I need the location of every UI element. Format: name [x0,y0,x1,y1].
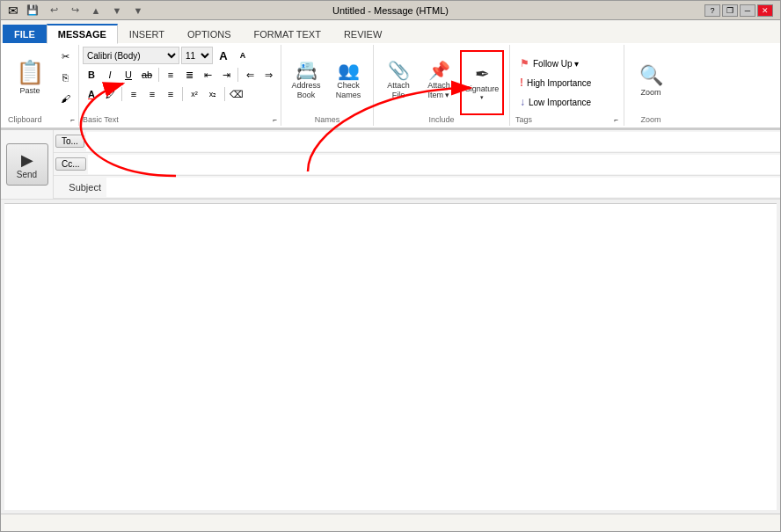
title-bar: ✉ 💾 ↩ ↪ ▲ ▼ ▼ Untitled - Message (HTML) … [1,1,780,20]
paste-button[interactable]: 📋 Paste [8,47,52,106]
ribbon-area: FILE MESSAGE INSERT OPTIONS FORMAT TEXT … [1,20,780,130]
increase-indent-button[interactable]: ⇥ [217,66,235,84]
to-input[interactable] [86,132,780,151]
compose-body[interactable] [4,203,777,510]
compose-header: ▶ Send To... Cc... Subject [1,130,780,200]
zoom-label: Zoom [630,115,672,124]
ribbon-tabs: FILE MESSAGE INSERT OPTIONS FORMAT TEXT … [1,20,780,43]
tags-label: Tags [515,115,532,124]
subscript-button[interactable]: x₂ [204,85,222,103]
ribbon-toolbar: 📋 Paste ✂ ⎘ 🖌 Clipboard ⌐ [1,43,780,129]
up-qa-btn[interactable]: ▲ [87,2,105,19]
tab-format-text[interactable]: FORMAT TEXT [243,25,332,43]
names-group: 📇 Address Book 👥 Check Names Names [281,45,374,126]
attach-file-icon: 📎 [388,60,410,81]
tags-expand[interactable]: ⌐ [614,116,618,124]
window-controls: ? ❐ ─ ✕ [704,4,773,17]
tab-file[interactable]: FILE [3,25,47,43]
rtl-button[interactable]: ⇐ [241,66,259,84]
basic-text-group: Calibri (Body) 11 A A B I U ab [79,45,281,126]
bullet-list-button[interactable]: ≡ [162,66,179,84]
tab-review[interactable]: REVIEW [332,25,393,43]
help-btn[interactable]: ? [704,4,720,17]
attach-item-button[interactable]: 📌 AttachItem ▾ [420,50,458,110]
restore-btn[interactable]: ❐ [722,4,738,17]
minimize-btn[interactable]: ─ [740,4,755,17]
high-importance-icon: ! [520,77,523,89]
attach-item-icon: 📌 [428,60,450,81]
quick-access-icons: 💾 ↩ ↪ ▲ ▼ ▼ [24,2,147,19]
send-icon: ▶ [21,150,33,170]
subject-label: Subject [54,182,106,193]
high-importance-button[interactable]: ! High Importance [515,74,618,91]
subject-field: Subject [54,176,780,199]
tags-group: ⚑ Follow Up ▾ ! High Importance ↓ Low Im… [510,45,624,126]
clipboard-label: Clipboard [8,115,42,124]
italic-button[interactable]: I [101,66,119,84]
down-qa-btn[interactable]: ▼ [108,2,126,19]
clipboard-group: 📋 Paste ✂ ⎘ 🖌 Clipboard ⌐ [4,45,79,126]
grow-font-button[interactable]: A [215,47,232,64]
send-button[interactable]: ▶ Send [6,143,48,186]
zoom-icon: 🔍 [639,64,663,87]
window-frame: ✉ 💾 ↩ ↪ ▲ ▼ ▼ Untitled - Message (HTML) … [0,0,781,532]
zoom-group: 🔍 Zoom Zoom [624,45,677,126]
font-family-select[interactable]: Calibri (Body) [83,47,179,64]
tab-message[interactable]: MESSAGE [47,24,118,44]
check-names-button[interactable]: 👥 Check Names [329,50,368,110]
low-importance-button[interactable]: ↓ Low Importance [515,93,618,111]
num-list-button[interactable]: ≣ [180,66,198,84]
to-button[interactable]: To... [55,135,84,148]
redo-qa-btn[interactable]: ↪ [66,2,84,19]
undo-qa-btn[interactable]: ↩ [45,2,62,19]
follow-up-button[interactable]: ⚑ Follow Up ▾ [515,55,618,72]
tab-options[interactable]: OPTIONS [176,25,243,43]
save-qa-btn[interactable]: 💾 [24,2,41,19]
to-field: To... [54,130,780,153]
ltr-button[interactable]: ⇒ [259,66,277,84]
names-label: Names [287,115,368,124]
align-center-button[interactable]: ≡ [143,85,161,103]
more-qa-btn[interactable]: ▼ [129,2,147,19]
cc-button[interactable]: Cc... [55,157,86,171]
format-painter-button[interactable]: 🖌 [55,89,75,108]
address-book-button[interactable]: 📇 Address Book [287,50,325,110]
signature-button[interactable]: ✒ Signature ▾ [463,53,501,113]
close-btn[interactable]: ✕ [757,4,773,17]
clipboard-right: ✂ ⎘ 🖌 [54,47,75,108]
clear-format-button[interactable]: ⌫ [228,85,245,103]
cut-button[interactable]: ✂ [55,47,75,66]
include-label: Include [379,115,504,124]
low-importance-icon: ↓ [520,96,525,108]
align-right-button[interactable]: ≡ [162,85,179,103]
signature-icon: ✒ [475,63,490,84]
strikethrough-button[interactable]: ab [138,66,156,84]
check-names-icon: 👥 [338,60,360,81]
copy-button[interactable]: ⎘ [55,68,75,87]
attach-file-button[interactable]: 📎 Attach File [379,50,418,110]
subject-input[interactable] [106,178,780,197]
basic-text-label: Basic Text [83,115,119,124]
font-size-select[interactable]: 11 [181,47,213,64]
compose-area: ▶ Send To... Cc... Subject [1,130,780,514]
align-left-button[interactable]: ≡ [125,85,142,103]
clipboard-expand[interactable]: ⌐ [70,116,75,124]
signature-highlight-box: ✒ Signature ▾ [460,50,504,115]
cc-input[interactable] [88,155,780,174]
address-book-icon: 📇 [296,60,318,81]
decrease-indent-button[interactable]: ⇤ [199,66,216,84]
send-panel: ▶ Send [1,130,54,199]
basic-text-expand[interactable]: ⌐ [273,116,277,124]
app-icon: ✉ [8,4,18,18]
shrink-font-button[interactable]: A [234,47,252,64]
underline-button[interactable]: U [120,66,137,84]
superscript-button[interactable]: x² [186,85,203,103]
paste-icon: 📋 [16,59,44,86]
font-color-button[interactable]: A [83,85,100,103]
include-group: 📎 Attach File 📌 AttachItem ▾ ✒ Signature… [374,45,510,126]
tab-insert[interactable]: INSERT [118,25,176,43]
zoom-button[interactable]: 🔍 Zoom [631,51,670,111]
header-row: ▶ Send To... Cc... Subject [1,130,780,199]
highlight-button[interactable]: 🖊 [101,85,119,103]
bold-button[interactable]: B [83,66,100,84]
